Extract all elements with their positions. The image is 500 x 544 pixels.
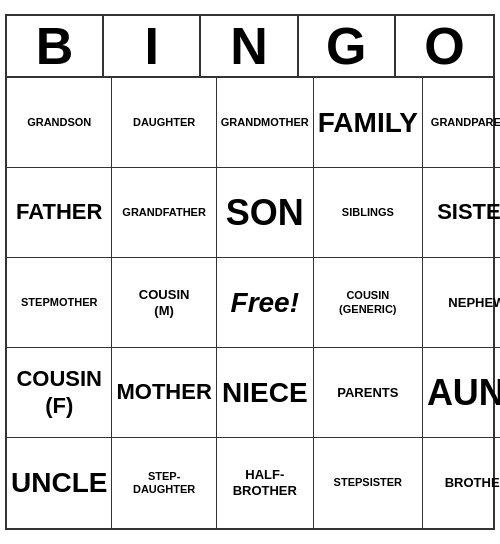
cell-text: STEPMOTHER — [21, 296, 97, 309]
cell-text: Free! — [231, 286, 299, 320]
cell-text: MOTHER — [116, 379, 211, 405]
bingo-cell: UNCLE — [7, 438, 112, 528]
cell-text: BROTHER — [445, 475, 500, 491]
bingo-cell: MOTHER — [112, 348, 216, 438]
bingo-card: BINGO GRANDSONDAUGHTERGRANDMOTHERFAMILYG… — [5, 14, 495, 530]
bingo-cell: GRANDMOTHER — [217, 78, 314, 168]
bingo-cell: COUSIN (GENERIC) — [314, 258, 423, 348]
cell-text: GRANDSON — [27, 116, 91, 129]
header-letter: I — [104, 16, 201, 76]
header-letter: N — [201, 16, 298, 76]
bingo-cell: SON — [217, 168, 314, 258]
bingo-cell: PARENTS — [314, 348, 423, 438]
header-letter: O — [396, 16, 493, 76]
bingo-cell: SIBLINGS — [314, 168, 423, 258]
cell-text: NIECE — [222, 376, 308, 410]
bingo-cell: HALF- BROTHER — [217, 438, 314, 528]
cell-text: STEPSISTER — [334, 476, 402, 489]
cell-text: COUSIN (M) — [139, 287, 190, 318]
cell-text: GRANDPARENTS — [431, 116, 500, 129]
cell-text: UNCLE — [11, 466, 107, 500]
bingo-cell: BROTHER — [423, 438, 500, 528]
bingo-cell: GRANDPARENTS — [423, 78, 500, 168]
cell-text: HALF- BROTHER — [233, 467, 297, 498]
bingo-cell: FAMILY — [314, 78, 423, 168]
bingo-cell: AUNT — [423, 348, 500, 438]
cell-text: SISTER — [437, 199, 500, 225]
bingo-cell: COUSIN (M) — [112, 258, 216, 348]
header-letter: G — [299, 16, 396, 76]
cell-text: COUSIN (GENERIC) — [339, 289, 396, 315]
cell-text: DAUGHTER — [133, 116, 195, 129]
cell-text: FAMILY — [318, 106, 418, 140]
cell-text: GRANDFATHER — [122, 206, 206, 219]
bingo-cell: NEPHEW — [423, 258, 500, 348]
bingo-cell: COUSIN (F) — [7, 348, 112, 438]
cell-text: NEPHEW — [448, 295, 500, 311]
header-letter: B — [7, 16, 104, 76]
bingo-grid: GRANDSONDAUGHTERGRANDMOTHERFAMILYGRANDPA… — [7, 78, 493, 528]
cell-text: COUSIN (F) — [16, 366, 102, 419]
cell-text: AUNT — [427, 371, 500, 414]
cell-text: STEP- DAUGHTER — [133, 470, 195, 496]
cell-text: SIBLINGS — [342, 206, 394, 219]
bingo-header: BINGO — [7, 16, 493, 78]
cell-text: PARENTS — [337, 385, 398, 401]
cell-text: SON — [226, 191, 304, 234]
bingo-cell: STEP- DAUGHTER — [112, 438, 216, 528]
bingo-cell: STEPMOTHER — [7, 258, 112, 348]
cell-text: FATHER — [16, 199, 102, 225]
bingo-cell: DAUGHTER — [112, 78, 216, 168]
bingo-cell: GRANDFATHER — [112, 168, 216, 258]
bingo-cell: Free! — [217, 258, 314, 348]
bingo-cell: NIECE — [217, 348, 314, 438]
bingo-cell: SISTER — [423, 168, 500, 258]
bingo-cell: FATHER — [7, 168, 112, 258]
cell-text: GRANDMOTHER — [221, 116, 309, 129]
bingo-cell: STEPSISTER — [314, 438, 423, 528]
bingo-cell: GRANDSON — [7, 78, 112, 168]
